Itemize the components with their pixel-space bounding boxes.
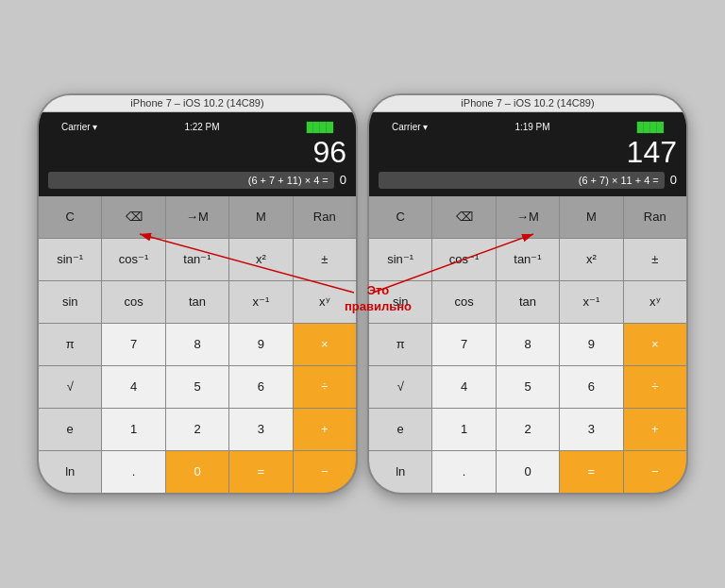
calc-btn-11[interactable]: cos [432,281,495,323]
left-phone-wrapper: iPhone 7 – iOS 10.2 (14C89) Carrier ▾ 1:… [37,93,358,494]
calc-btn-21[interactable]: 4 [102,366,164,408]
calc-btn-30[interactable]: ln [39,451,101,493]
calc-btn-7[interactable]: tan⁻¹ [166,239,228,280]
calc-btn-24[interactable]: ÷ [294,366,356,408]
calc-btn-33[interactable]: = [560,451,622,493]
calc-btn-31[interactable]: . [102,451,164,493]
calc-btn-29[interactable]: + [624,409,686,450]
calc-btn-28[interactable]: 3 [560,409,622,450]
calc-btn-17[interactable]: 8 [497,324,559,365]
right-phone-frame: iPhone 7 – iOS 10.2 (14C89) Carrier ▾ 1:… [367,93,688,494]
left-time: 1:22 PM [184,122,219,132]
calc-btn-2[interactable]: →M [497,196,559,238]
calc-btn-20[interactable]: √ [39,366,101,408]
left-battery: ████ [307,122,333,132]
calc-btn-32[interactable]: 0 [166,451,228,493]
calc-btn-8[interactable]: x² [560,239,622,280]
calc-btn-25[interactable]: e [39,409,101,450]
calc-btn-23[interactable]: 6 [229,366,292,408]
left-wifi-icon: ▾ [93,122,97,132]
left-phone-title: iPhone 7 – iOS 10.2 (14C89) [39,95,356,112]
calc-btn-16[interactable]: 7 [432,324,495,365]
right-result: 147 [379,136,677,169]
left-calc-buttons: C⌫→MMRansin⁻¹cos⁻¹tan⁻¹x²±sincostanx⁻¹xʸ… [39,196,356,493]
right-calc-buttons: C⌫→MMRansin⁻¹cos⁻¹tan⁻¹x²±sincostanx⁻¹xʸ… [369,196,686,493]
calc-btn-21[interactable]: 4 [432,366,495,408]
calc-btn-15[interactable]: π [369,324,431,365]
calc-btn-0[interactable]: C [39,196,101,238]
right-calc-body: Carrier ▾ 1:19 PM ████ 147 (6 + 7) × 11 … [369,112,686,492]
calc-btn-33[interactable]: = [229,451,292,493]
calc-btn-15[interactable]: π [39,324,101,365]
page-container: iPhone 7 – iOS 10.2 (14C89) Carrier ▾ 1:… [37,93,688,494]
right-expr-zero: 0 [670,173,677,187]
calc-btn-18[interactable]: 9 [229,324,292,365]
calc-btn-9[interactable]: ± [624,239,686,280]
calc-btn-12[interactable]: tan [497,281,559,323]
calc-btn-11[interactable]: cos [102,281,164,323]
calc-btn-4[interactable]: Ran [294,196,356,238]
calc-btn-31[interactable]: . [432,451,495,493]
calc-btn-5[interactable]: sin⁻¹ [39,239,101,280]
left-expression-row: (6 + 7 + 11) × 4 = 0 [48,172,346,189]
calc-btn-34[interactable]: − [294,451,356,493]
calc-btn-10[interactable]: sin [39,281,101,323]
calc-btn-25[interactable]: e [369,409,431,450]
left-expression: (6 + 7 + 11) × 4 = [48,172,334,189]
calc-btn-26[interactable]: 1 [432,409,495,450]
left-carrier: Carrier ▾ [61,122,97,132]
calc-btn-6[interactable]: cos⁻¹ [432,239,495,280]
calc-btn-1[interactable]: ⌫ [102,196,164,238]
calc-btn-0[interactable]: C [369,196,431,238]
left-result: 96 [48,136,346,169]
calc-btn-1[interactable]: ⌫ [432,196,495,238]
calc-btn-3[interactable]: M [229,196,292,238]
calc-btn-14[interactable]: xʸ [624,281,686,323]
right-phone-wrapper: iPhone 7 – iOS 10.2 (14C89) Carrier ▾ 1:… [367,93,688,494]
calc-btn-10[interactable]: sin [369,281,431,323]
calc-btn-30[interactable]: ln [369,451,431,493]
left-status-bar: Carrier ▾ 1:22 PM ████ [48,118,346,136]
calc-btn-9[interactable]: ± [294,239,356,280]
right-expression-row: (6 + 7) × 11 + 4 = 0 [379,172,677,189]
calc-btn-17[interactable]: 8 [166,324,228,365]
calc-btn-27[interactable]: 2 [497,409,559,450]
right-status-bar: Carrier ▾ 1:19 PM ████ [379,118,677,136]
calc-btn-14[interactable]: xʸ [294,281,356,323]
calc-btn-12[interactable]: tan [166,281,228,323]
calc-btn-13[interactable]: x⁻¹ [229,281,292,323]
calc-btn-23[interactable]: 6 [560,366,622,408]
left-calc-body: Carrier ▾ 1:22 PM ████ 96 (6 + 7 + 11) ×… [39,112,356,492]
calc-btn-3[interactable]: M [560,196,622,238]
calc-btn-29[interactable]: + [294,409,356,450]
calc-btn-24[interactable]: ÷ [624,366,686,408]
calc-btn-2[interactable]: →M [166,196,228,238]
calc-btn-13[interactable]: x⁻¹ [560,281,622,323]
right-phone-title: iPhone 7 – iOS 10.2 (14C89) [369,95,686,112]
right-time: 1:19 PM [514,122,549,132]
right-expression: (6 + 7) × 11 + 4 = [379,172,665,189]
calc-btn-19[interactable]: × [624,324,686,365]
calc-btn-19[interactable]: × [294,324,356,365]
right-display: Carrier ▾ 1:19 PM ████ 147 (6 + 7) × 11 … [369,112,686,195]
calc-btn-28[interactable]: 3 [229,409,292,450]
calc-btn-26[interactable]: 1 [102,409,164,450]
calc-btn-27[interactable]: 2 [166,409,228,450]
calc-btn-5[interactable]: sin⁻¹ [369,239,431,280]
calc-btn-8[interactable]: x² [229,239,292,280]
calc-btn-22[interactable]: 5 [497,366,559,408]
calc-btn-22[interactable]: 5 [166,366,228,408]
calc-btn-4[interactable]: Ran [624,196,686,238]
calc-btn-32[interactable]: 0 [497,451,559,493]
calc-btn-18[interactable]: 9 [560,324,622,365]
calc-btn-34[interactable]: − [624,451,686,493]
calc-btn-6[interactable]: cos⁻¹ [102,239,164,280]
left-expr-zero: 0 [340,173,346,187]
calc-btn-7[interactable]: tan⁻¹ [497,239,559,280]
calc-btn-20[interactable]: √ [369,366,431,408]
right-battery: ████ [637,122,664,132]
right-carrier: Carrier ▾ [392,122,428,132]
left-display: Carrier ▾ 1:22 PM ████ 96 (6 + 7 + 11) ×… [39,112,356,195]
left-phone-frame: iPhone 7 – iOS 10.2 (14C89) Carrier ▾ 1:… [37,93,358,494]
calc-btn-16[interactable]: 7 [102,324,164,365]
